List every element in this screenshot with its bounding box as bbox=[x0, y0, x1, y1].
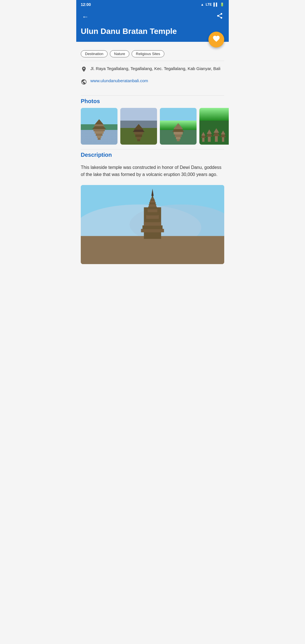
svg-rect-35 bbox=[81, 236, 224, 264]
svg-rect-40 bbox=[145, 218, 160, 222]
address-row: Jl. Raya Tegallalang, Tegallalang, Kec. … bbox=[81, 66, 224, 74]
share-button[interactable] bbox=[215, 11, 224, 22]
svg-rect-41 bbox=[146, 215, 159, 219]
svg-rect-46 bbox=[149, 202, 156, 204]
signal-icon: ▌▌ bbox=[213, 3, 218, 6]
svg-rect-43 bbox=[148, 209, 158, 212]
status-bar: 12:00 ▲ LTE ▌▌ 🔋 bbox=[76, 0, 229, 9]
svg-rect-10 bbox=[135, 134, 142, 137]
tag-religious-sites[interactable]: Religious Sites bbox=[132, 50, 164, 57]
svg-marker-31 bbox=[221, 130, 225, 134]
info-section: Jl. Raya Tegallalang, Tegallalang, Kec. … bbox=[76, 61, 229, 95]
svg-rect-15 bbox=[176, 137, 180, 139]
svg-marker-28 bbox=[213, 128, 219, 133]
website-text[interactable]: www.ulundanuberatanbali.com bbox=[90, 78, 148, 83]
globe-icon bbox=[81, 79, 87, 86]
status-icons: ▲ LTE ▌▌ 🔋 bbox=[201, 3, 224, 6]
status-time: 12:00 bbox=[81, 2, 91, 7]
svg-rect-23 bbox=[208, 136, 211, 142]
svg-rect-2 bbox=[96, 133, 103, 136]
svg-marker-19 bbox=[173, 123, 183, 129]
location-icon bbox=[81, 66, 87, 74]
favorite-button[interactable] bbox=[208, 32, 224, 47]
app-header: ← Ulun Danu Bratan Temple bbox=[76, 9, 229, 42]
svg-rect-42 bbox=[147, 212, 158, 215]
svg-rect-16 bbox=[175, 134, 182, 137]
svg-rect-0 bbox=[98, 138, 101, 140]
website-row: www.ulundanuberatanbali.com bbox=[81, 78, 224, 86]
description-section: Description This lakeside temple was con… bbox=[76, 149, 229, 185]
svg-marker-22 bbox=[201, 132, 205, 136]
tag-destination[interactable]: Destination bbox=[81, 50, 108, 57]
header-nav: ← bbox=[81, 11, 224, 22]
description-text: This lakeside temple was constructed in … bbox=[76, 162, 229, 185]
battery-icon: 🔋 bbox=[220, 3, 224, 6]
photo-thumb-4[interactable] bbox=[199, 108, 229, 145]
tag-nature[interactable]: Nature bbox=[110, 50, 129, 57]
svg-rect-45 bbox=[149, 204, 156, 207]
address-text: Jl. Raya Tegallalang, Tegallalang, Kec. … bbox=[90, 66, 220, 71]
heart-icon bbox=[212, 35, 220, 44]
svg-marker-13 bbox=[134, 124, 143, 130]
svg-rect-29 bbox=[222, 137, 224, 142]
photo-thumb-2[interactable] bbox=[120, 108, 157, 145]
large-photo bbox=[81, 185, 224, 264]
svg-rect-47 bbox=[150, 200, 155, 202]
svg-rect-8 bbox=[137, 139, 140, 141]
photos-section: Photos bbox=[76, 96, 229, 145]
photos-scroll[interactable] bbox=[76, 108, 229, 145]
svg-rect-9 bbox=[136, 137, 141, 139]
svg-marker-25 bbox=[207, 129, 212, 134]
svg-marker-7 bbox=[95, 119, 103, 124]
svg-rect-44 bbox=[148, 206, 157, 209]
photos-title: Photos bbox=[76, 96, 229, 108]
svg-rect-38 bbox=[142, 225, 162, 229]
description-title: Description bbox=[76, 149, 229, 162]
photo-thumb-1[interactable] bbox=[81, 108, 117, 145]
lte-icon: LTE bbox=[206, 3, 212, 6]
back-button[interactable]: ← bbox=[81, 12, 90, 22]
svg-rect-3 bbox=[95, 131, 104, 134]
svg-rect-20 bbox=[202, 138, 204, 142]
svg-rect-1 bbox=[97, 136, 101, 138]
tags-row: Destination Nature Religious Sites bbox=[76, 42, 229, 61]
photo-thumb-3[interactable] bbox=[160, 108, 197, 145]
wifi-icon: ▲ bbox=[201, 3, 204, 6]
page-title: Ulun Danu Bratan Temple bbox=[81, 27, 195, 36]
svg-rect-14 bbox=[177, 139, 180, 141]
svg-rect-37 bbox=[141, 229, 164, 232]
svg-rect-26 bbox=[215, 136, 218, 142]
svg-rect-39 bbox=[144, 222, 161, 226]
